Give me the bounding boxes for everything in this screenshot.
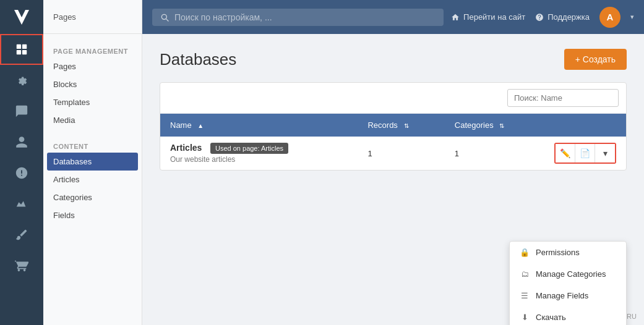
topbar: Перейти на сайт Поддержка A ▾ <box>142 0 644 34</box>
col-name-label: Name <box>170 120 192 130</box>
support-button[interactable]: Поддержка <box>535 12 590 22</box>
dropdown-manage-categories-label: Manage Categories <box>536 269 606 279</box>
sidebar-item-design[interactable] <box>0 219 43 250</box>
dropdown-menu: 🔒 Permissions 🗂 Manage Categories ☰ Mana… <box>509 241 627 325</box>
col-records-label: Records <box>367 120 397 130</box>
dropdown-permissions[interactable]: 🔒 Permissions <box>510 242 626 263</box>
sidebar-logo[interactable] <box>0 0 43 34</box>
databases-table-container: Name ▲ Records ⇅ Categories ⇅ <box>160 82 627 171</box>
left-nav-top: Pages <box>43 0 142 34</box>
sidebar-item-cart[interactable] <box>0 250 43 281</box>
nav-fields[interactable]: Fields <box>43 206 142 224</box>
main-area: Перейти на сайт Поддержка A ▾ Databases … <box>142 0 644 325</box>
row-db-name: Articles <box>170 143 202 153</box>
col-name[interactable]: Name ▲ <box>160 114 358 137</box>
sidebar-item-billing[interactable] <box>0 158 43 188</box>
col-records: Records ⇅ <box>358 114 444 137</box>
row-badge: Used on page: Articles <box>210 143 288 154</box>
cell-categories: 1 <box>445 137 544 170</box>
dropdown-permissions-label: Permissions <box>536 248 580 257</box>
nav-articles[interactable]: Articles <box>43 171 142 188</box>
copy-button[interactable]: 📄 <box>575 144 595 162</box>
fields-icon: ☰ <box>520 291 530 300</box>
section-header-content: CONTENT <box>43 138 142 153</box>
col-categories: Categories ⇅ <box>445 114 544 137</box>
table-header-row: Name ▲ Records ⇅ Categories ⇅ <box>160 114 626 137</box>
cell-records: 1 <box>358 137 444 170</box>
col-categories-label: Categories <box>455 120 494 130</box>
sidebar <box>0 0 43 325</box>
svg-rect-3 <box>17 50 21 54</box>
sort-arrow-records: ⇅ <box>404 122 409 129</box>
svg-rect-1 <box>17 44 21 49</box>
svg-rect-4 <box>22 50 27 54</box>
table-search-row <box>160 83 626 114</box>
cell-actions: ✏️ 📄 ▾ <box>544 137 626 170</box>
sort-arrow-name: ▲ <box>197 122 204 129</box>
sidebar-item-analytics[interactable] <box>0 188 43 219</box>
databases-table: Name ▲ Records ⇅ Categories ⇅ <box>160 114 626 170</box>
nav-blocks[interactable]: Blocks <box>43 75 142 93</box>
site-link-button[interactable]: Перейти на сайт <box>451 12 525 22</box>
sidebar-item-settings[interactable] <box>0 65 43 96</box>
lock-icon: 🔒 <box>520 248 530 257</box>
content-header: Databases + Создать <box>160 49 627 70</box>
avatar-chevron-icon[interactable]: ▾ <box>630 13 634 21</box>
page-title: Databases <box>160 50 236 69</box>
create-button[interactable]: + Создать <box>564 49 627 70</box>
folder-icon: 🗂 <box>520 269 530 279</box>
nav-pages[interactable]: Pages <box>43 57 142 75</box>
sort-arrow-categories: ⇅ <box>499 122 504 129</box>
sidebar-item-comments[interactable] <box>0 96 43 127</box>
topbar-right: Перейти на сайт Поддержка A ▾ <box>451 7 634 28</box>
svg-rect-2 <box>22 44 27 49</box>
more-button[interactable]: ▾ <box>595 144 615 162</box>
left-nav: Pages PAGE MANAGEMENT Pages Blocks Templ… <box>43 0 142 325</box>
table-search-input[interactable] <box>507 89 619 107</box>
row-description: Our website articles <box>170 155 348 164</box>
edit-button[interactable]: ✏️ <box>556 144 575 162</box>
site-link-label: Перейти на сайт <box>463 12 525 22</box>
sidebar-item-users[interactable] <box>0 127 43 158</box>
left-nav-title: Pages <box>53 12 76 22</box>
nav-media[interactable]: Media <box>43 111 142 129</box>
dropdown-manage-fields[interactable]: ☰ Manage Fields <box>510 285 626 306</box>
content-area: Databases + Создать Name ▲ Records ⇅ <box>142 34 644 325</box>
svg-marker-0 <box>14 10 29 25</box>
col-actions <box>544 114 626 137</box>
user-avatar[interactable]: A <box>599 7 620 28</box>
nav-templates[interactable]: Templates <box>43 93 142 111</box>
search-input[interactable] <box>174 12 436 22</box>
section-header-page-management: PAGE MANAGEMENT <box>43 43 142 57</box>
nav-databases[interactable]: Databases <box>47 153 138 171</box>
nav-categories[interactable]: Categories <box>43 188 142 206</box>
dropdown-download[interactable]: ⬇ Скачать <box>510 306 626 325</box>
search-box[interactable] <box>152 9 444 26</box>
dropdown-manage-categories[interactable]: 🗂 Manage Categories <box>510 263 626 285</box>
download-icon: ⬇ <box>520 313 530 322</box>
dropdown-manage-fields-label: Manage Fields <box>536 291 588 300</box>
sidebar-item-pages[interactable] <box>0 34 43 65</box>
support-label: Поддержка <box>547 12 590 22</box>
table-row: Articles Used on page: Articles Our webs… <box>160 137 626 170</box>
dropdown-download-label: Скачать <box>536 313 566 322</box>
cell-name: Articles Used on page: Articles Our webs… <box>160 137 358 170</box>
action-buttons: ✏️ 📄 ▾ <box>554 143 616 164</box>
